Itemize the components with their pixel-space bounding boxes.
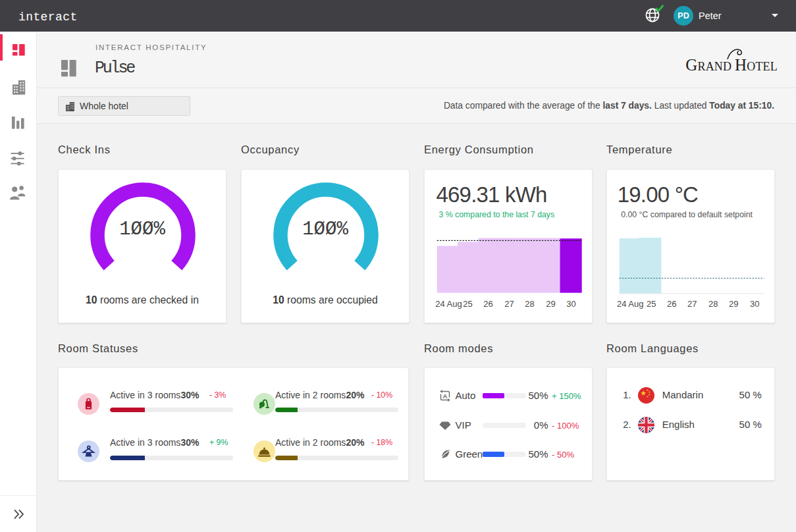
svg-text:A: A	[442, 392, 447, 400]
